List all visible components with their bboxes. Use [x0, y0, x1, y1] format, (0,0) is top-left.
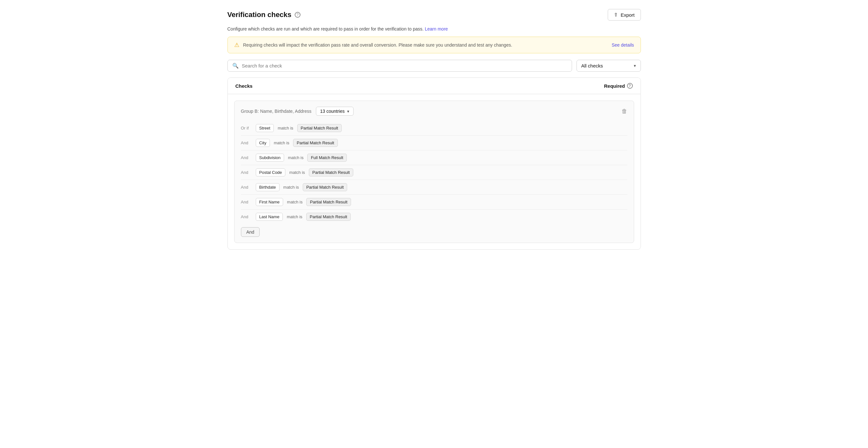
condition-operator: match is	[287, 154, 304, 161]
condition-connector: And	[241, 140, 253, 145]
countries-dropdown[interactable]: 13 countries ▾	[316, 107, 353, 116]
condition-result: Partial Match Result	[309, 168, 353, 176]
filter-select[interactable]: All checksRequiredOptional ▾	[577, 60, 641, 72]
and-button[interactable]: And	[241, 227, 260, 237]
condition-connector: And	[241, 214, 253, 219]
condition-row: AndLast Namematch isPartial Match Result	[241, 210, 627, 224]
warning-left: ⚠ Requiring checks will impact the verif…	[234, 41, 513, 48]
search-icon: 🔍	[232, 63, 239, 69]
condition-field: Street	[256, 124, 274, 132]
condition-connector: Or if	[241, 126, 253, 131]
condition-row: AndPostal Codematch isPartial Match Resu…	[241, 165, 627, 180]
condition-result: Full Match Result	[307, 153, 346, 162]
required-column-label: Required ?	[604, 83, 632, 89]
search-input[interactable]	[242, 63, 567, 68]
condition-result: Partial Match Result	[293, 139, 338, 147]
chevron-down-icon: ▾	[634, 63, 636, 68]
condition-result: Partial Match Result	[303, 183, 347, 191]
conditions-list: Or ifStreetmatch isPartial Match ResultA…	[241, 121, 627, 224]
condition-field: Last Name	[256, 213, 283, 221]
countries-chevron-icon: ▾	[347, 109, 349, 114]
checks-table: Checks Required ? Group B: Name, Birthda…	[227, 77, 641, 250]
condition-result: Partial Match Result	[306, 198, 351, 206]
warning-icon: ⚠	[234, 41, 239, 48]
condition-field: Postal Code	[256, 168, 286, 176]
filter-dropdown[interactable]: All checksRequiredOptional	[581, 63, 630, 68]
warning-text: Requiring checks will impact the verific…	[243, 42, 513, 47]
condition-field: Birthdate	[256, 183, 280, 191]
toolbar: 🔍 All checksRequiredOptional ▾	[227, 60, 641, 72]
condition-operator: match is	[286, 198, 303, 206]
condition-connector: And	[241, 155, 253, 160]
condition-row: Or ifStreetmatch isPartial Match Result	[241, 121, 627, 136]
required-help-icon[interactable]: ?	[627, 83, 633, 89]
export-label: Export	[621, 12, 634, 18]
condition-operator: match is	[277, 125, 294, 132]
condition-row: AndFirst Namematch isPartial Match Resul…	[241, 195, 627, 210]
subtitle-text: Configure which checks are run and which…	[227, 26, 424, 32]
search-wrapper: 🔍	[227, 60, 572, 72]
condition-connector: And	[241, 200, 253, 204]
condition-result: Partial Match Result	[306, 213, 351, 221]
condition-operator: match is	[273, 139, 290, 146]
checks-table-header: Checks Required ?	[228, 78, 641, 94]
group-title: Group B: Name, Birthdate, Address	[241, 109, 311, 114]
countries-label: 13 countries	[320, 109, 345, 114]
delete-group-icon[interactable]: 🗑	[622, 108, 627, 115]
page-header: Verification checks ? ⇧ Export	[227, 9, 641, 21]
checks-column-label: Checks	[236, 83, 253, 89]
warning-banner: ⚠ Requiring checks will impact the verif…	[227, 37, 641, 53]
condition-field: City	[256, 139, 270, 147]
condition-field: Subdivision	[256, 153, 284, 162]
required-label-text: Required	[604, 83, 625, 89]
condition-connector: And	[241, 185, 253, 189]
subtitle: Configure which checks are run and which…	[227, 26, 641, 32]
see-details-link[interactable]: See details	[612, 42, 634, 47]
condition-operator: match is	[288, 169, 305, 176]
condition-result: Partial Match Result	[297, 124, 342, 132]
page-title-row: Verification checks ?	[227, 11, 301, 19]
condition-row: AndSubdivisionmatch isFull Match Result	[241, 150, 627, 165]
condition-operator: match is	[283, 183, 300, 191]
help-icon[interactable]: ?	[295, 12, 301, 18]
learn-more-link[interactable]: Learn more	[425, 26, 448, 32]
group-header: Group B: Name, Birthdate, Address 13 cou…	[241, 107, 627, 116]
group-title-area: Group B: Name, Birthdate, Address 13 cou…	[241, 107, 354, 116]
condition-operator: match is	[286, 213, 303, 220]
export-icon: ⇧	[614, 12, 618, 18]
condition-row: AndCitymatch isPartial Match Result	[241, 136, 627, 150]
condition-field: First Name	[256, 198, 283, 206]
export-button[interactable]: ⇧ Export	[608, 9, 641, 21]
condition-row: AndBirthdatematch isPartial Match Result	[241, 180, 627, 195]
group-card: Group B: Name, Birthdate, Address 13 cou…	[234, 101, 634, 243]
condition-connector: And	[241, 170, 253, 175]
page-title: Verification checks	[227, 11, 291, 19]
